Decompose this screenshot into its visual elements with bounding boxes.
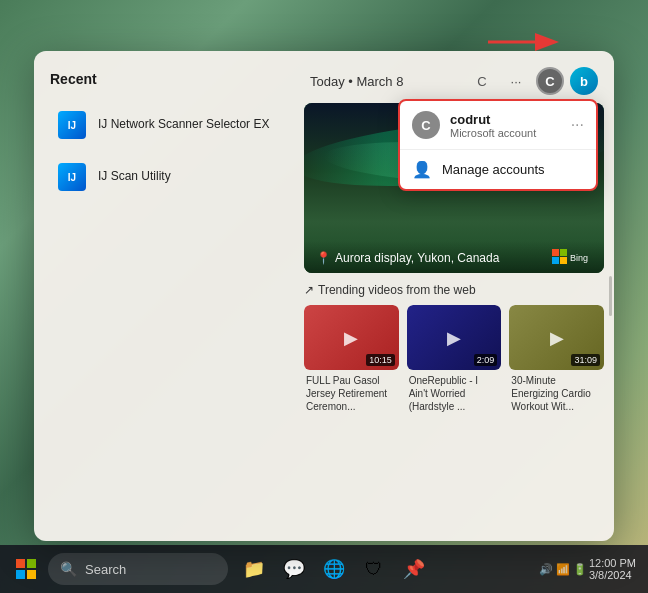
edge-icon: 🌐 bbox=[323, 558, 345, 580]
video-duration-0: 10:15 bbox=[366, 354, 395, 366]
manage-accounts-label: Manage accounts bbox=[442, 162, 545, 177]
svg-rect-10 bbox=[27, 570, 36, 579]
account-avatar: C bbox=[412, 111, 440, 139]
desktop: Recent IJ IJ Network Scanner Selector EX… bbox=[0, 0, 648, 593]
start-left-panel: Recent IJ IJ Network Scanner Selector EX… bbox=[34, 51, 294, 541]
video-duration-2: 31:09 bbox=[571, 354, 600, 366]
recent-item-label-1: IJ Scan Utility bbox=[98, 169, 171, 185]
start-right-header: Today • March 8 C ··· C b bbox=[294, 51, 614, 103]
recent-title: Recent bbox=[50, 71, 278, 87]
bing-button[interactable]: b bbox=[570, 67, 598, 95]
trending-section: ↗ Trending videos from the web ▶ 10:15 F… bbox=[294, 273, 614, 541]
account-popup-header: C codrut Microsoft account ··· bbox=[400, 101, 596, 150]
shield-icon: 🛡 bbox=[365, 559, 383, 580]
header-date: Today • March 8 bbox=[310, 74, 403, 89]
video-title-0: FULL Pau Gasol Jersey Retirement Ceremon… bbox=[304, 374, 399, 413]
recent-item-0[interactable]: IJ IJ Network Scanner Selector EX bbox=[50, 101, 278, 149]
manage-accounts-icon: 👤 bbox=[412, 160, 432, 179]
location-pin-icon: 📍 bbox=[316, 251, 331, 265]
video-card-1[interactable]: ▶ 2:09 OneRepublic - I Ain't Worried (Ha… bbox=[407, 305, 502, 413]
user-avatar-button[interactable]: C bbox=[536, 67, 564, 95]
scanner-icon-1: IJ bbox=[56, 161, 88, 193]
clock: 12:00 PM3/8/2024 bbox=[589, 557, 636, 581]
ms-bing-logo-svg: Bing bbox=[552, 249, 592, 265]
microsoft-bing-logo: Bing bbox=[552, 249, 592, 265]
play-icon-2: ▶ bbox=[550, 327, 564, 349]
svg-rect-7 bbox=[16, 559, 25, 568]
svg-text:Bing: Bing bbox=[570, 253, 588, 263]
video-title-1: OneRepublic - I Ain't Worried (Hardstyle… bbox=[407, 374, 502, 413]
play-icon-1: ▶ bbox=[447, 327, 461, 349]
security-taskbar-icon[interactable]: 🛡 bbox=[356, 551, 392, 587]
search-label: Search bbox=[85, 562, 126, 577]
account-popup: C codrut Microsoft account ··· 👤 Manage … bbox=[398, 99, 598, 191]
pinterest-taskbar-icon[interactable]: 📌 bbox=[396, 551, 432, 587]
scanner-icon-0: IJ bbox=[56, 109, 88, 141]
svg-rect-8 bbox=[27, 559, 36, 568]
start-button[interactable] bbox=[8, 551, 44, 587]
system-tray[interactable]: 🔊 📶 🔋 bbox=[539, 563, 587, 576]
more-options-button[interactable]: ··· bbox=[502, 67, 530, 95]
bing-brand: Bing bbox=[552, 249, 592, 265]
taskbar: 🔍 Search 📁 💬 🌐 🛡 📌 🔊 📶 🔋 12:00 PM3/8/202… bbox=[0, 545, 648, 593]
trending-videos: ▶ 10:15 FULL Pau Gasol Jersey Retirement… bbox=[304, 305, 604, 413]
video-thumb-0: ▶ 10:15 bbox=[304, 305, 399, 370]
header-icons: C ··· C b bbox=[468, 67, 598, 95]
video-duration-1: 2:09 bbox=[474, 354, 498, 366]
video-title-2: 30-Minute Energizing Cardio Workout Wit.… bbox=[509, 374, 604, 413]
taskbar-center-icons: 📁 💬 🌐 🛡 📌 bbox=[232, 551, 535, 587]
trending-title: ↗ Trending videos from the web bbox=[304, 283, 604, 297]
svg-rect-3 bbox=[560, 257, 567, 264]
app-icon-1: IJ bbox=[58, 163, 86, 191]
windows-logo-icon bbox=[16, 559, 36, 579]
account-info: codrut Microsoft account bbox=[450, 112, 561, 139]
recent-item-label-0: IJ Network Scanner Selector EX bbox=[98, 117, 269, 133]
scroll-indicator[interactable] bbox=[609, 276, 612, 316]
bing-image-overlay: 📍 Aurora display, Yukon, Canada Bing bbox=[304, 241, 604, 273]
pinterest-icon: 📌 bbox=[403, 558, 425, 580]
account-name: codrut bbox=[450, 112, 561, 127]
reload-button[interactable]: C bbox=[468, 67, 496, 95]
manage-accounts-button[interactable]: 👤 Manage accounts bbox=[400, 150, 596, 189]
video-card-0[interactable]: ▶ 10:15 FULL Pau Gasol Jersey Retirement… bbox=[304, 305, 399, 413]
app-icon-0: IJ bbox=[58, 111, 86, 139]
recent-item-1[interactable]: IJ IJ Scan Utility bbox=[50, 153, 278, 201]
play-icon-0: ▶ bbox=[344, 327, 358, 349]
bing-location: 📍 Aurora display, Yukon, Canada bbox=[316, 251, 499, 265]
file-explorer-icon: 📁 bbox=[243, 558, 265, 580]
file-explorer-taskbar-icon[interactable]: 📁 bbox=[236, 551, 272, 587]
svg-rect-2 bbox=[552, 257, 559, 264]
svg-rect-0 bbox=[552, 249, 559, 256]
svg-rect-9 bbox=[16, 570, 25, 579]
start-menu: Recent IJ IJ Network Scanner Selector EX… bbox=[34, 51, 614, 541]
start-right-panel: Today • March 8 C ··· C b bbox=[294, 51, 614, 541]
video-thumb-2: ▶ 31:09 bbox=[509, 305, 604, 370]
chat-icon: 💬 bbox=[283, 558, 305, 580]
chat-taskbar-icon[interactable]: 💬 bbox=[276, 551, 312, 587]
account-type: Microsoft account bbox=[450, 127, 561, 139]
video-thumb-1: ▶ 2:09 bbox=[407, 305, 502, 370]
search-bar[interactable]: 🔍 Search bbox=[48, 553, 228, 585]
video-card-2[interactable]: ▶ 31:09 30-Minute Energizing Cardio Work… bbox=[509, 305, 604, 413]
edge-taskbar-icon[interactable]: 🌐 bbox=[316, 551, 352, 587]
account-more-button[interactable]: ··· bbox=[571, 116, 584, 134]
svg-rect-1 bbox=[560, 249, 567, 256]
taskbar-right: 🔊 📶 🔋 12:00 PM3/8/2024 bbox=[539, 557, 640, 581]
search-icon: 🔍 bbox=[60, 561, 77, 577]
trending-arrow-icon: ↗ bbox=[304, 283, 314, 297]
